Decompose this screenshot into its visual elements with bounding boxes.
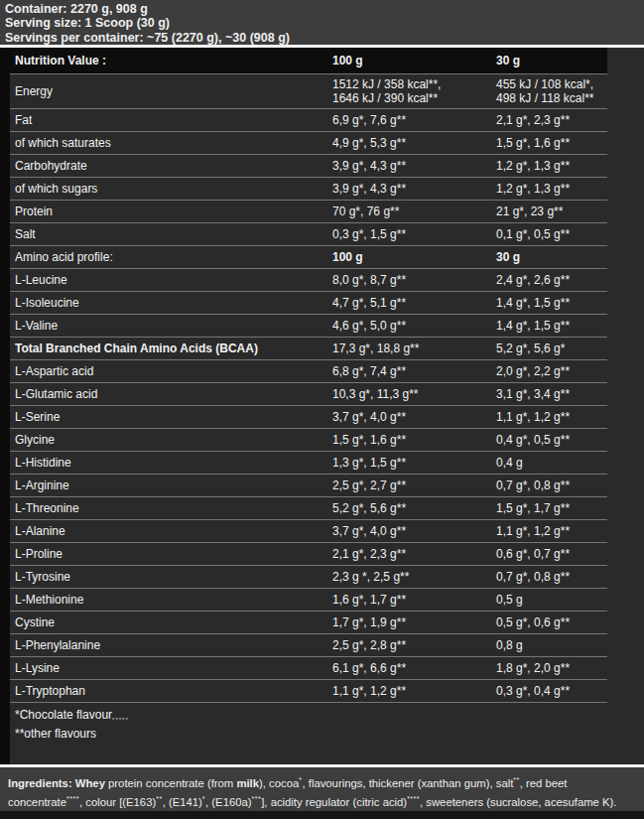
- row-value-30g: 5,2 g*, 5,6 g*: [496, 341, 607, 355]
- row-value-30g: 0,5 g*, 0,6 g**: [496, 615, 607, 629]
- row-value-100g: 6,1 g*, 6,6 g**: [332, 661, 496, 675]
- row-value-30g: 1,1 g*, 1,2 g**: [496, 410, 607, 424]
- serving-size-line: Serving size: 1 Scoop (30 g): [5, 16, 644, 30]
- row-value-30g: 2,4 g*, 2,6 g**: [496, 273, 607, 287]
- servings-per-container-line: Servings per container: ~75 (2270 g), ~3…: [5, 31, 644, 45]
- row-label: L-Leucine: [10, 273, 332, 287]
- ingredients-segment: ****: [66, 795, 79, 802]
- row-value-100g: 4,7 g*, 5,1 g**: [332, 296, 496, 310]
- table-row: L-Arginine 2,5 g*, 2,7 g** 0,7 g*, 0,8 g…: [10, 475, 607, 497]
- footnotes: *Chocolate flavour***** **other flavours: [10, 703, 644, 739]
- row-label: Total Branched Chain Amino Acids (BCAA): [10, 341, 332, 355]
- nutrition-table: Nutrition Value : 100 g 30 g Energy 1512…: [0, 48, 644, 764]
- table-row: L-Threonine 5,2 g*, 5,6 g** 1,5 g*, 1,7 …: [10, 497, 607, 520]
- row-value-30g: 0,5 g: [496, 593, 607, 607]
- table-row: L-Serine 3,7 g*, 4,0 g** 1,1 g*, 1,2 g**: [10, 406, 607, 429]
- row-value-30g: 1,5 g*, 1,7 g**: [496, 501, 607, 515]
- row-label: Cystine: [10, 615, 332, 629]
- row-label: L-Phenylalanine: [10, 638, 332, 652]
- row-label: of which saturates: [10, 136, 332, 150]
- row-label: Protein: [10, 205, 332, 218]
- row-value-100g: 17,3 g*, 18,8 g**: [332, 341, 496, 355]
- ingredients-segment: , (E160a): [205, 796, 251, 808]
- row-value-30g: 30 g: [496, 250, 607, 264]
- table-row: L-Methionine 1,6 g*, 1,7 g** 0,5 g: [10, 589, 607, 612]
- row-label: L-Serine: [10, 410, 332, 424]
- row-label: L-Alanine: [10, 524, 332, 538]
- footnote-chocolate-text: *Chocolate flavour: [15, 708, 112, 722]
- table-row: L-Lysine 6,1 g*, 6,6 g** 1,8 g*, 2,0 g**: [10, 657, 607, 680]
- table-row: L-Alanine 3,7 g*, 4,0 g** 1,1 g*, 1,2 g*…: [10, 520, 607, 543]
- row-value-100g: 2,3 g *, 2,5 g**: [332, 570, 496, 584]
- row-label: L-Isoleucine: [10, 296, 332, 310]
- row-value-100g: 3,7 g*, 4,0 g**: [332, 410, 496, 424]
- row-value-30g: 0,7 g*, 0,8 g**: [496, 570, 607, 584]
- row-value-30g: 0,3 g*, 0,4 g**: [496, 684, 607, 698]
- row-value-30g: 21 g*, 23 g**: [496, 205, 607, 218]
- row-value-100g: 1,3 g*, 1,5 g**: [332, 456, 496, 470]
- ingredients-segment: protein concentrate (from: [105, 777, 237, 789]
- row-label: L-Valine: [10, 319, 332, 333]
- row-value-100g: 70 g*, 76 g**: [332, 205, 496, 218]
- ingredients-segment: ****: [407, 795, 420, 802]
- table-row: L-Phenylalanine 2,5 g*, 2,8 g** 0,8 g: [10, 634, 607, 657]
- ingredients-segment: , colour [(E163): [79, 796, 156, 808]
- table-row: Total Branched Chain Amino Acids (BCAA) …: [10, 338, 607, 360]
- row-value-100g: 3,9 g*, 4,3 g**: [332, 159, 496, 173]
- table-row: Salt 0,3 g*, 1,5 g** 0,1 g*, 0,5 g**: [10, 223, 607, 246]
- table-row: L-Aspartic acid 6,8 g*, 7,4 g** 2,0 g*, …: [10, 360, 607, 383]
- table-row: of which saturates 4,9 g*, 5,3 g** 1,5 g…: [10, 132, 607, 155]
- row-label: of which sugars: [10, 182, 332, 196]
- row-value-100g: 1,5 g*, 1,6 g**: [332, 433, 496, 447]
- row-value-100g: 3,7 g*, 4,0 g**: [332, 524, 496, 538]
- table-row: L-Glutamic acid 10,3 g*, 11,3 g** 3,1 g*…: [10, 383, 607, 406]
- container-info-bar: Container: 2270 g, 908 g Serving size: 1…: [0, 0, 644, 45]
- table-row: L-Isoleucine 4,7 g*, 5,1 g** 1,4 g*, 1,5…: [10, 292, 607, 315]
- footnote-chocolate: *Chocolate flavour*****: [15, 708, 644, 727]
- row-value-100g: 5,2 g*, 5,6 g**: [332, 501, 496, 515]
- ingredients-segment: Whey: [75, 777, 105, 789]
- row-value-30g: 1,4 g*, 1,5 g**: [496, 319, 607, 333]
- row-value-100g: 2,1 g*, 2,3 g**: [332, 547, 496, 561]
- row-value-100g: 6,8 g*, 7,4 g**: [332, 364, 496, 378]
- footnote-other-flavours: **other flavours: [15, 727, 644, 741]
- row-value-100g: 100 g: [332, 250, 496, 264]
- ingredients-bar: Ingredients: Whey protein concentrate (f…: [0, 767, 644, 811]
- row-value-30g: 455 kJ / 108 kcal*, 498 kJ / 118 kcal**: [496, 77, 607, 105]
- row-label: L-Tyrosine: [10, 570, 332, 584]
- table-row: L-Leucine 8,0 g*, 8,7 g** 2,4 g*, 2,6 g*…: [10, 269, 607, 292]
- table-header-row: Nutrition Value : 100 g 30 g: [10, 48, 607, 74]
- container-line: Container: 2270 g, 908 g: [5, 2, 644, 16]
- table-header-col-30g: 30 g: [496, 54, 607, 68]
- row-value-100g: 1,7 g*, 1,9 g**: [332, 615, 496, 629]
- ingredients-segment: , flavourings, thickener (xanthan gum), …: [302, 777, 513, 789]
- row-label: Carbohydrate: [10, 159, 332, 173]
- row-value-30g: 1,4 g*, 1,5 g**: [496, 296, 607, 310]
- row-label: L-Proline: [10, 547, 332, 561]
- row-value-100g: 1512 kJ / 358 kcal**, 1646 kJ / 390 kcal…: [332, 77, 496, 105]
- row-label: Energy: [10, 84, 332, 98]
- ingredients-segment: , sweeteners (sucralose, acesufame K).: [420, 796, 616, 808]
- ingredients-segment: , (E141): [163, 796, 202, 808]
- table-header-col-100g: 100 g: [332, 54, 496, 68]
- table-row: Cystine 1,7 g*, 1,9 g** 0,5 g*, 0,6 g**: [10, 612, 607, 634]
- row-label: L-Threonine: [10, 501, 332, 515]
- row-value-30g: 1,2 g*, 1,3 g**: [496, 159, 607, 173]
- row-value-100g: 4,6 g*, 5,0 g**: [332, 319, 496, 333]
- row-label: Fat: [10, 113, 332, 127]
- row-value-100g: 6,9 g*, 7,6 g**: [332, 113, 496, 127]
- table-row: L-Histidine 1,3 g*, 1,5 g** 0,4 g: [10, 452, 607, 475]
- row-value-30g: 0,4 g: [496, 456, 607, 470]
- bottom-edge-strip: [0, 811, 644, 819]
- ingredients-segment: ), cocoa: [259, 777, 299, 789]
- row-label: Amino acid profile:: [10, 250, 332, 264]
- row-label: Glycine: [10, 433, 332, 447]
- row-value-30g: 0,4 g*, 0,5 g**: [496, 433, 607, 447]
- row-value-100g: 1,6 g*, 1,7 g**: [332, 593, 496, 607]
- row-value-30g: 1,1 g*, 1,2 g**: [496, 524, 607, 538]
- table-row: Glycine 1,5 g*, 1,6 g** 0,4 g*, 0,5 g**: [10, 429, 607, 452]
- row-value-100g: 2,5 g*, 2,8 g**: [332, 638, 496, 652]
- row-value-30g: 1,2 g*, 1,3 g**: [496, 182, 607, 196]
- row-label: Salt: [10, 227, 332, 241]
- row-value-30g: 0,1 g*, 0,5 g**: [496, 227, 607, 241]
